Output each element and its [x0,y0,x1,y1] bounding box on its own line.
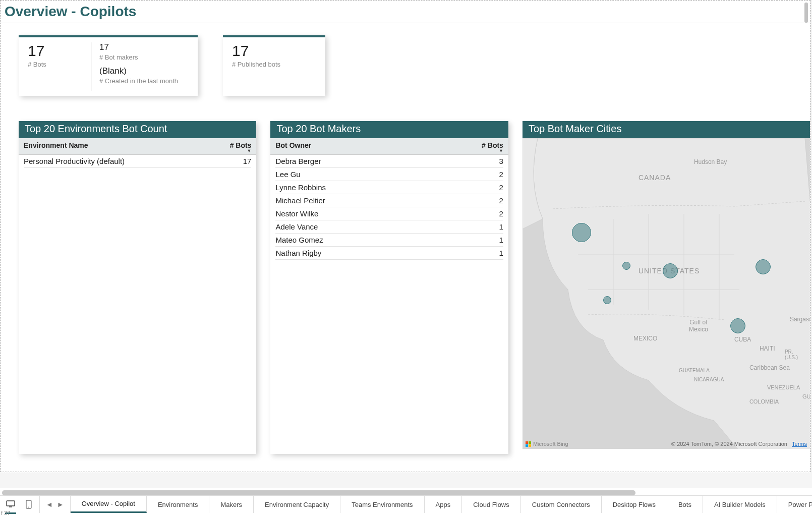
makers-col-name[interactable]: Bot Owner [275,141,473,152]
cell-owner-bots: 1 [473,249,503,257]
tab-strip: ◄ ► Overview - CopilotEnvironmentsMakers… [0,495,812,513]
prev-page-icon[interactable]: ◄ [46,500,53,508]
map-label-canada: CANADA [639,174,671,182]
table-row[interactable]: Debra Berger3 [275,155,503,168]
tab-nav-arrows: ◄ ► [40,496,71,513]
env-col-name[interactable]: Environment Name [24,141,221,152]
tab-custom-connectors[interactable]: Custom Connectors [521,496,602,513]
panel-top-cities-title: Top Bot Maker Cities [523,121,810,138]
map-label-gulf: Gulf of Mexico [689,319,708,333]
panel-top-environments-title: Top 20 Environments Bot Count [19,121,256,138]
map-bubble[interactable] [622,262,630,270]
kpi-published-value: 17 [232,42,280,60]
cell-owner-name: Michael Peltier [275,196,473,205]
table-row[interactable]: Nathan Rigby1 [275,247,503,260]
tab-power-pages[interactable]: Power Pages [777,496,812,513]
makers-table-header: Bot Owner # Bots ▼ [270,138,508,155]
map-credit-text: © 2024 TomTom, © 2024 Microsoft Corporat… [671,441,807,447]
map-bubble[interactable] [572,223,591,242]
cell-owner-bots: 3 [473,157,503,165]
kpi-published-label: # Published bots [232,61,280,68]
cell-owner-name: Lee Gu [275,170,473,179]
map-label-nicaragua: NICARAGUA [694,377,724,382]
panel-top-bot-makers[interactable]: Top 20 Bot Makers Bot Owner # Bots ▼ Deb… [270,121,508,454]
tab-overview-copilot[interactable]: Overview - Copilot [71,496,147,513]
map-label-pr: PR. (U.S.) [785,349,798,360]
map-bubble[interactable] [730,318,745,333]
kpi-botmakers-label: # Bot makers [99,53,189,61]
kpi-botmakers-value: 17 [99,42,189,52]
next-page-icon[interactable]: ► [57,500,64,508]
kpi-created-label: # Created in the last month [99,77,189,85]
map-label-mexico: MEXICO [633,335,657,342]
table-row[interactable]: Mateo Gomez1 [275,234,503,247]
vertical-scrollbar[interactable] [805,2,809,426]
table-row[interactable]: Lynne Robbins2 [275,181,503,194]
kpi-bots-label: # Bots [28,61,91,68]
table-row[interactable]: Adele Vance1 [275,220,503,234]
kpi-row: 17 # Bots 17 # Bot makers (Blank) # Crea… [1,23,810,96]
map-terms-link[interactable]: Terms [792,441,807,447]
page-tabbar: ◄ ► Overview - CopilotEnvironmentsMakers… [0,488,812,516]
cell-env-bots: 17 [221,157,251,165]
map-credit-brand: Microsoft Bing [526,441,568,447]
panels-row: Top 20 Environments Bot Count Environmen… [1,96,810,454]
tab-ai-builder-models[interactable]: AI Builder Models [703,496,777,513]
cell-owner-bots: 2 [473,170,503,179]
tab-apps[interactable]: Apps [425,496,462,513]
horizontal-scrollbar-thumb[interactable] [2,490,635,495]
tab-cloud-flows[interactable]: Cloud Flows [462,496,521,513]
table-row[interactable]: Michael Peltier2 [275,194,503,207]
footer-page-info: f 37 [1,510,10,516]
panel-top-cities[interactable]: Top Bot Maker Cities Hudson Bay CANADA U… [523,121,810,449]
cell-owner-bots: 2 [473,196,503,205]
cell-env-name: Personal Productivity (default) [24,157,221,165]
makers-col-bots[interactable]: # Bots ▼ [473,141,503,152]
tab-environments[interactable]: Environments [147,496,209,513]
tab-environment-capacity[interactable]: Environment Capacity [254,496,340,513]
cell-owner-bots: 2 [473,209,503,218]
panel-top-environments[interactable]: Top 20 Environments Bot Count Environmen… [19,121,256,454]
map-label-cuba: CUBA [734,336,751,343]
tab-bots[interactable]: Bots [667,496,703,513]
vertical-scrollbar-thumb[interactable] [804,3,808,23]
sort-caret-icon: ▼ [473,149,503,152]
map-label-hudson: Hudson Bay [694,158,727,165]
map-bubble[interactable] [756,259,771,274]
tab-desktop-flows[interactable]: Desktop Flows [602,496,667,513]
cell-owner-bots: 1 [473,222,503,231]
cell-owner-name: Lynne Robbins [275,183,473,192]
page-title: Overview - Copilots [1,1,810,23]
map-label-colombia: COLOMBIA [749,398,779,405]
cell-owner-name: Nathan Rigby [275,249,473,257]
env-col-bots[interactable]: # Bots ▼ [221,141,251,152]
kpi-card-published[interactable]: 17 # Published bots [223,35,325,96]
tab-teams-environments[interactable]: Teams Environments [340,496,424,513]
kpi-bots-value: 17 [28,42,91,60]
kpi-card-bots-combo[interactable]: 17 # Bots 17 # Bot makers (Blank) # Crea… [19,35,198,96]
map-visual[interactable]: Hudson Bay CANADA UNITED STATES MEXICO G… [523,138,810,449]
panel-top-bot-makers-title: Top 20 Bot Makers [270,121,508,138]
svg-point-3 [28,507,29,508]
map-label-guatemala: GUATEMALA [679,368,710,373]
cell-owner-bots: 1 [473,236,503,244]
cell-owner-name: Mateo Gomez [275,236,473,244]
map-label-haiti: HAITI [760,345,775,352]
table-row[interactable]: Nestor Wilke2 [275,207,503,220]
table-row[interactable]: Personal Productivity (default)17 [24,155,251,168]
makers-table-body: Debra Berger3Lee Gu2Lynne Robbins2Michae… [270,155,508,260]
horizontal-scrollbar[interactable] [2,490,635,495]
kpi-created-value: (Blank) [99,66,189,76]
cell-owner-name: Adele Vance [275,222,473,231]
svg-rect-0 [7,501,15,506]
table-row[interactable]: Lee Gu2 [275,168,503,181]
microsoft-logo-icon [526,441,531,447]
cell-owner-name: Nestor Wilke [275,209,473,218]
mobile-view-icon[interactable] [23,496,34,513]
tab-makers[interactable]: Makers [209,496,254,513]
env-table-header: Environment Name # Bots ▼ [19,138,256,155]
cell-owner-name: Debra Berger [275,157,473,165]
map-bubble[interactable] [603,296,611,304]
sort-caret-icon: ▼ [221,149,251,152]
map-bubble[interactable] [663,263,678,278]
